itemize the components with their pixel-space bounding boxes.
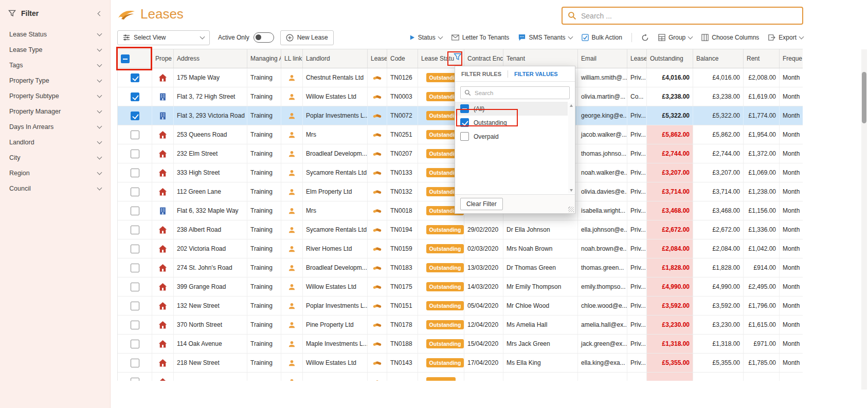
row-checkbox[interactable] (118, 373, 152, 381)
sidebar-collapse-icon[interactable] (98, 11, 103, 16)
col-outstanding[interactable]: Outstanding (647, 49, 693, 68)
tab-filter-values[interactable]: FILTER VALUES (508, 71, 564, 77)
lease-link-cell[interactable] (368, 239, 387, 258)
filter-search-input[interactable] (475, 90, 566, 96)
col-email[interactable]: Email (578, 49, 627, 68)
col-ll-link[interactable]: LL link (281, 49, 303, 68)
landlord-link-cell[interactable] (281, 87, 303, 106)
scrollbar-thumb[interactable] (862, 72, 866, 123)
col-address[interactable]: Address (174, 49, 247, 68)
lease-link-cell[interactable] (368, 296, 387, 315)
lease-link-cell[interactable] (368, 106, 387, 125)
bulk-action-button[interactable]: Bulk Action (582, 34, 622, 41)
col-contract-end[interactable]: Contract Enc (464, 49, 503, 68)
landlord-link-cell[interactable] (281, 239, 303, 258)
option-checkbox[interactable] (460, 104, 469, 113)
table-row[interactable] (118, 373, 803, 381)
table-row[interactable]: 238 Albert Road Training Sycamore Rental… (118, 220, 803, 239)
lease-link-cell[interactable] (368, 163, 387, 182)
filter-option[interactable]: Outstanding (455, 116, 568, 129)
row-checkbox[interactable] (118, 87, 152, 106)
sidebar-item[interactable]: Property Manager (0, 104, 110, 119)
sidebar-item[interactable]: Council (0, 181, 110, 196)
lease-link-cell[interactable] (368, 125, 387, 144)
sidebar-item[interactable]: City (0, 150, 110, 165)
landlord-link-cell[interactable] (281, 106, 303, 125)
col-code[interactable]: Code (387, 49, 418, 68)
row-checkbox[interactable] (118, 335, 152, 353)
lease-link-cell[interactable] (368, 316, 387, 334)
col-lease-status[interactable]: Lease Statu (418, 49, 464, 68)
table-row[interactable]: 399 Grange Road Training Willow Estates … (118, 277, 803, 296)
row-checkbox[interactable] (118, 163, 152, 182)
filter-option[interactable]: Overpaid (455, 129, 568, 143)
col-lease[interactable]: Lease (368, 49, 387, 68)
new-lease-button[interactable]: New Lease (280, 30, 334, 45)
landlord-link-cell[interactable] (281, 201, 303, 220)
landlord-link-cell[interactable] (281, 144, 303, 163)
export-dropdown[interactable]: Export (768, 34, 803, 41)
sidebar-item[interactable]: Lease Status (0, 27, 110, 42)
col-managing[interactable]: Managing A (247, 49, 281, 68)
lease-link-cell[interactable] (368, 68, 387, 87)
col-frequency[interactable]: Freque (780, 49, 803, 68)
option-checkbox[interactable] (460, 118, 469, 127)
col-tenant[interactable]: Tenant (503, 49, 578, 68)
row-checkbox[interactable] (118, 220, 152, 239)
sidebar-item[interactable]: Property Subtype (0, 88, 110, 104)
table-row[interactable]: 202 Victoria Road Training River Homes L… (118, 239, 803, 258)
scroll-down-icon[interactable] (570, 189, 573, 192)
lease-link-cell[interactable] (368, 201, 387, 220)
lease-link-cell[interactable] (368, 182, 387, 201)
table-row[interactable]: 370 North Street Training Pine Property … (118, 316, 803, 335)
row-checkbox[interactable] (118, 316, 152, 334)
landlord-link-cell[interactable] (281, 125, 303, 144)
sidebar-item[interactable]: Tags (0, 58, 110, 73)
row-checkbox[interactable] (118, 68, 152, 87)
row-checkbox[interactable] (118, 182, 152, 201)
lease-link-cell[interactable] (368, 220, 387, 239)
row-checkbox[interactable] (118, 201, 152, 220)
lease-link-cell[interactable] (368, 144, 387, 163)
col-lease-type[interactable]: Lease (627, 49, 647, 68)
refresh-button[interactable] (641, 34, 649, 42)
choose-columns-button[interactable]: Choose Columns (701, 34, 759, 41)
letter-to-tenants-button[interactable]: Letter To Tenants (451, 34, 510, 41)
group-dropdown[interactable]: Group (658, 34, 692, 41)
resize-grip[interactable] (568, 207, 574, 212)
lease-status-filter-icon[interactable] (454, 53, 462, 62)
lease-link-cell[interactable] (368, 373, 387, 381)
popup-scrollbar[interactable] (568, 103, 574, 193)
landlord-link-cell[interactable] (281, 373, 303, 381)
scroll-up-icon[interactable] (570, 104, 573, 107)
table-row[interactable]: 274 St. John's Road Training Broadleaf D… (118, 258, 803, 277)
lease-link-cell[interactable] (368, 87, 387, 106)
landlord-link-cell[interactable] (281, 296, 303, 315)
landlord-link-cell[interactable] (281, 163, 303, 182)
row-checkbox[interactable] (118, 239, 152, 258)
landlord-link-cell[interactable] (281, 258, 303, 277)
landlord-link-cell[interactable] (281, 220, 303, 239)
sidebar-item[interactable]: Region (0, 165, 110, 181)
filter-option[interactable]: (All) (455, 102, 568, 116)
lease-link-cell[interactable] (368, 335, 387, 353)
row-checkbox[interactable] (118, 258, 152, 277)
table-row[interactable]: 218 New Street Training Willow Estates L… (118, 354, 803, 373)
landlord-link-cell[interactable] (281, 68, 303, 87)
search-input[interactable] (581, 12, 797, 20)
col-property[interactable]: Prope (152, 49, 174, 68)
sidebar-item[interactable]: Lease Type (0, 42, 110, 58)
table-row[interactable]: 132 New Street Training Poplar Investmen… (118, 296, 803, 316)
tab-filter-rules[interactable]: FILTER RULES (455, 71, 508, 77)
sidebar-item[interactable]: Property Type (0, 73, 110, 88)
sms-tenants-dropdown[interactable]: SMS Tenants (518, 34, 572, 41)
col-rent[interactable]: Rent (744, 49, 780, 68)
sidebar-item[interactable]: Landlord (0, 135, 110, 150)
landlord-link-cell[interactable] (281, 354, 303, 372)
option-checkbox[interactable] (460, 132, 469, 141)
select-all-checkbox[interactable] (121, 54, 130, 63)
col-landlord[interactable]: Landlord (303, 49, 368, 68)
row-checkbox[interactable] (118, 144, 152, 163)
active-only-toggle[interactable] (254, 32, 274, 43)
lease-link-cell[interactable] (368, 277, 387, 296)
